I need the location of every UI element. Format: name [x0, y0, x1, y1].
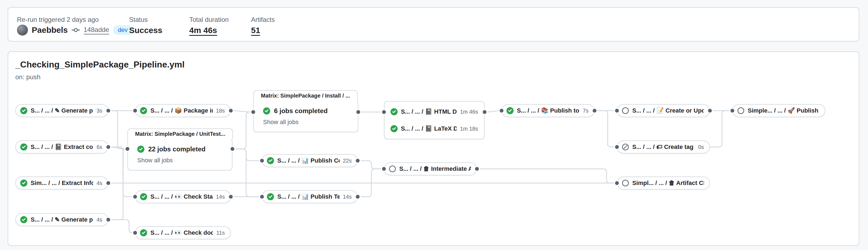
job-row-latex-documentation[interactable]: S... / ... / 📓 LaTeX Docu... 1m 18s: [391, 125, 478, 132]
workflow-trigger: on: push: [15, 73, 40, 81]
job-node-generate-pipeline-2[interactable]: S... / ... / ✎ Generate pipelin... 4s: [15, 213, 108, 226]
job-duration: 14s: [216, 194, 225, 200]
job-node-artifact-cleanup[interactable]: Simpl... / ... / 🗑 Artifact Cleanup: [617, 177, 710, 190]
skipped-icon: [737, 107, 744, 114]
success-icon: [140, 229, 147, 236]
workflow-title: _Checking_SimplePackage_Pipeline.yml: [15, 60, 185, 70]
skipped-icon: [622, 107, 629, 114]
success-icon: [20, 216, 27, 223]
duration-label: Total duration: [189, 16, 228, 24]
matrix-summary: 22 jobs completed: [148, 145, 206, 153]
job-node-create-tag[interactable]: S... / ... / 🏷 Create tag '${{ in... 0s: [617, 140, 710, 153]
status-label: Status: [129, 16, 148, 24]
actor-row: Paebbels 148adde dev: [17, 25, 133, 36]
show-all-jobs-link[interactable]: Show all jobs: [137, 157, 173, 164]
success-icon: [267, 193, 274, 200]
success-icon: [140, 107, 147, 114]
job-node-publish-test-results[interactable]: S... / ... / 📊 Publish Test Re... 14s: [262, 190, 358, 203]
success-icon: [263, 107, 270, 114]
avatar[interactable]: [17, 25, 28, 36]
success-icon: [267, 157, 274, 164]
job-node-publish-code-coverage[interactable]: S... / ... / 📊 Publish Code C... 22s: [262, 154, 358, 167]
matrix-summary-row: 6 jobs completed: [263, 107, 358, 115]
matrix-install-tab[interactable]: Matrix: SimplePackage / Install / ...: [253, 90, 358, 101]
job-label: Simpl... / ... / 🗑 Artifact Cleanup: [632, 179, 704, 187]
job-duration: 6s: [96, 144, 102, 150]
success-icon: [391, 108, 398, 115]
status-value: Success: [129, 26, 162, 35]
job-label: S... / ... / 🏷 Create tag '${{ in...: [632, 143, 695, 150]
documentation-group-card[interactable]: S... / ... / 📓 HTML Docu... 1m 46s S... …: [384, 101, 485, 139]
job-row-html-documentation[interactable]: S... / ... / 📓 HTML Docu... 1m 46s: [391, 108, 478, 115]
job-label: S... / ... / 📚 Publish to GH-P...: [517, 107, 580, 114]
matrix-summary-row: 22 jobs completed: [137, 145, 232, 153]
job-label: S... / ... / ✎ Generate pipelin...: [31, 107, 93, 114]
job-label: S... / ... / 📓 LaTeX Docu...: [401, 125, 457, 132]
job-label: S... / ... / 📊 Publish Code C...: [277, 157, 340, 164]
success-icon: [137, 146, 145, 153]
job-duration: 3s: [96, 108, 102, 114]
artifacts-count-link[interactable]: 51: [251, 26, 260, 36]
skipped-icon: [389, 165, 396, 172]
success-icon: [140, 193, 147, 200]
job-duration: 7s: [583, 108, 589, 114]
success-icon: [391, 125, 398, 132]
job-duration: 14s: [343, 194, 352, 200]
job-node-generate-pipeline-1[interactable]: S... / ... / ✎ Generate pipelin... 3s: [15, 104, 108, 117]
job-duration: 1m 18s: [460, 126, 478, 132]
artifacts-label: Artifacts: [251, 16, 275, 24]
run-summary-card: Re-run triggered 2 days ago Paebbels 148…: [8, 7, 859, 41]
job-node-publish-gh-pages[interactable]: S... / ... / 📚 Publish to GH-P... 7s: [501, 104, 594, 117]
git-commit-icon: [72, 26, 80, 34]
duration-value-link[interactable]: 4m 46s: [189, 26, 217, 36]
job-duration: 1m 46s: [460, 109, 478, 115]
job-label: S... / ... / 🗑 Intermediate Artifa...: [399, 165, 471, 172]
job-label: S... / ... / 📓 Extract configur...: [31, 143, 93, 150]
skipped-icon: [622, 179, 629, 187]
job-label: S... / ... / 📓 HTML Docu...: [401, 108, 457, 115]
matrix-unittest-tab[interactable]: Matrix: SimplePackage / UnitTest...: [127, 129, 233, 139]
job-node-extract-configuration[interactable]: S... / ... / 📓 Extract configur... 6s: [15, 140, 108, 153]
success-icon: [20, 107, 27, 114]
commit-sha-link[interactable]: 148adde: [84, 26, 109, 34]
job-label: S... / ... / 👀 Check docume...: [150, 229, 213, 236]
job-node-publish-pypi[interactable]: Simple... / ... / 🚀 Publish to PyPI: [732, 104, 825, 117]
success-icon: [20, 179, 27, 187]
job-label: Sim... / ... / Extract Information: [31, 179, 93, 187]
job-duration: 18s: [216, 108, 225, 114]
job-duration: 4s: [96, 217, 102, 223]
job-node-extract-information[interactable]: Sim... / ... / Extract Information 4s: [15, 177, 108, 190]
job-node-check-static-types[interactable]: S... / ... / 👀 Check Static Ty... 14s: [135, 190, 231, 203]
job-node-create-or-update-release[interactable]: S... / ... / 📝 Create or Update R...: [617, 104, 710, 117]
matrix-unittest-card[interactable]: 22 jobs completed Show all jobs: [127, 138, 232, 171]
matrix-install-card[interactable]: 6 jobs completed Show all jobs: [253, 100, 358, 132]
job-label: Simple... / ... / 🚀 Publish to PyPI: [748, 107, 819, 114]
actor-name[interactable]: Paebbels: [32, 26, 68, 35]
job-duration: 22s: [343, 158, 352, 164]
job-duration: 0s: [698, 144, 704, 150]
job-node-intermediate-artifacts[interactable]: S... / ... / 🗑 Intermediate Artifa...: [384, 162, 477, 175]
job-label: S... / ... / 📊 Publish Test Re...: [277, 193, 340, 200]
job-node-check-documentation[interactable]: S... / ... / 👀 Check docume... 11s: [135, 226, 231, 239]
matrix-summary: 6 jobs completed: [274, 107, 328, 115]
job-label: S... / ... / 📝 Create or Update R...: [632, 107, 704, 114]
rerun-column: Re-run triggered 2 days ago: [8, 8, 126, 41]
rerun-label: Re-run triggered 2 days ago: [17, 16, 99, 24]
job-node-package-source[interactable]: S... / ... / 📦 Package in Sou... 18s: [135, 104, 231, 117]
skipped-slash-icon: [622, 143, 629, 150]
success-icon: [20, 143, 27, 150]
show-all-jobs-link[interactable]: Show all jobs: [263, 118, 299, 126]
job-label: S... / ... / 👀 Check Static Ty...: [150, 193, 213, 200]
job-duration: 11s: [216, 230, 225, 236]
success-icon: [506, 107, 514, 114]
job-label: S... / ... / 📦 Package in Sou...: [150, 107, 213, 114]
job-label: S... / ... / ✎ Generate pipelin...: [31, 216, 93, 223]
job-duration: 4s: [96, 180, 102, 186]
